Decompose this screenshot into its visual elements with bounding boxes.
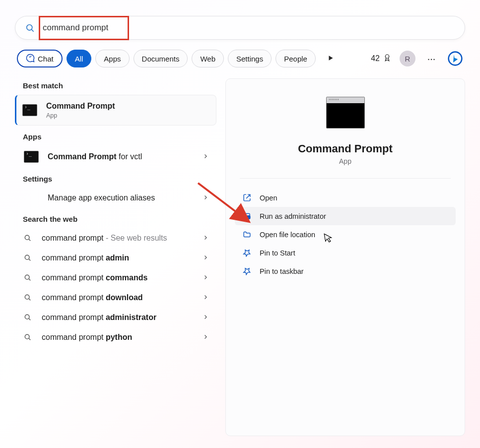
preview-app-icon (326, 97, 365, 128)
tab-people[interactable]: People (275, 50, 316, 67)
tab-web[interactable]: Web (192, 50, 224, 67)
open-bing-button[interactable] (447, 51, 463, 66)
action-open-loc-label: Open file location (260, 231, 315, 239)
svg-point-14 (25, 334, 29, 339)
web-result-prefix: command prompt (42, 234, 104, 242)
ellipsis-icon: ··· (427, 53, 436, 64)
web-result[interactable]: command prompt commands (15, 268, 217, 288)
svg-line-11 (29, 299, 30, 300)
web-result-suffix: - See web results (104, 234, 167, 242)
web-result[interactable]: command prompt python (15, 327, 217, 347)
rewards-count: 42 (371, 54, 380, 63)
chevron-right-icon (203, 293, 208, 302)
svg-point-4 (25, 235, 29, 240)
search-input[interactable] (42, 22, 455, 33)
play-icon (327, 55, 334, 63)
action-run-as-administrator[interactable]: Run as administrator (235, 207, 456, 225)
svg-point-8 (25, 275, 29, 279)
svg-point-10 (25, 295, 29, 299)
overflow-menu-button[interactable]: ··· (423, 51, 439, 66)
filter-tab-row: Chat All Apps Documents Web Settings Peo… (15, 50, 465, 67)
action-open-label: Open (260, 194, 277, 202)
chevron-right-icon (203, 333, 208, 342)
command-prompt-icon (22, 104, 37, 116)
action-pin-to-start[interactable]: Pin to Start (235, 244, 456, 262)
web-result-prefix: command prompt (42, 293, 106, 302)
web-result[interactable]: command prompt admin (15, 248, 217, 268)
section-best-match: Best match (15, 78, 217, 95)
action-pin-taskbar-label: Pin to taskbar (260, 267, 304, 275)
search-icon (24, 254, 33, 262)
avatar-initial: R (405, 55, 411, 63)
search-icon (24, 314, 33, 321)
app-result-rest: for vctl (117, 152, 142, 161)
search-bar[interactable] (15, 16, 465, 40)
preview-subtitle: App (339, 157, 351, 165)
tab-apps-label: Apps (104, 55, 121, 63)
tab-documents-label: Documents (142, 55, 180, 63)
pin-icon (243, 249, 252, 257)
web-result-bold: python (106, 333, 132, 341)
tab-settings[interactable]: Settings (228, 50, 272, 67)
app-result-bold: Command Prompt (48, 152, 117, 161)
search-icon (25, 23, 35, 33)
search-icon (24, 294, 33, 302)
svg-point-6 (25, 255, 29, 259)
more-tabs-button[interactable] (322, 50, 340, 67)
tab-documents[interactable]: Documents (134, 50, 188, 67)
svg-line-7 (29, 259, 30, 260)
search-icon (24, 333, 33, 341)
search-icon (24, 274, 33, 282)
web-result[interactable]: command prompt administrator (15, 308, 217, 327)
settings-result[interactable]: Manage app execution aliases (15, 188, 217, 208)
preview-panel: Command Prompt App Open Run as administr… (225, 78, 465, 436)
chevron-right-icon (203, 254, 208, 262)
tab-all[interactable]: All (67, 50, 92, 67)
svg-line-9 (29, 279, 30, 280)
web-result-prefix: command prompt (42, 333, 106, 341)
section-settings: Settings (15, 168, 217, 188)
medal-icon (383, 53, 392, 64)
tab-web-label: Web (200, 55, 215, 63)
pin-icon (243, 267, 252, 275)
section-apps: Apps (15, 126, 217, 146)
tab-all-label: All (75, 55, 83, 63)
action-pin-to-taskbar[interactable]: Pin to taskbar (235, 262, 456, 280)
tab-people-label: People (284, 55, 307, 63)
tab-chat-label: Chat (38, 55, 54, 63)
rewards-badge[interactable]: 42 (371, 53, 392, 64)
svg-point-0 (27, 24, 32, 30)
tab-apps[interactable]: Apps (95, 50, 129, 67)
best-match-result[interactable]: Command Prompt App (15, 95, 216, 126)
settings-result-label: Manage app execution aliases (48, 193, 155, 202)
action-pin-start-label: Pin to Start (260, 249, 295, 257)
action-open-file-location[interactable]: Open file location (235, 225, 456, 244)
web-result-prefix: command prompt (42, 254, 106, 262)
best-match-title: Command Prompt (46, 102, 115, 110)
action-open[interactable]: Open (235, 189, 456, 207)
svg-point-2 (385, 55, 389, 59)
command-prompt-icon (24, 151, 39, 163)
chevron-right-icon (203, 193, 208, 202)
chevron-right-icon (203, 273, 208, 282)
svg-rect-17 (247, 216, 250, 219)
chevron-right-icon (203, 313, 208, 322)
user-avatar[interactable]: R (400, 51, 415, 66)
web-result-bold: commands (106, 273, 147, 282)
chevron-right-icon (203, 234, 208, 243)
preview-title: Command Prompt (298, 142, 393, 155)
section-search-web: Search the web (15, 208, 217, 228)
svg-line-1 (32, 29, 34, 31)
web-result-bold: admin (106, 254, 129, 262)
best-match-subtitle: App (46, 112, 115, 119)
tab-chat[interactable]: Chat (17, 50, 63, 67)
svg-point-12 (25, 315, 29, 319)
open-icon (243, 193, 252, 202)
svg-line-15 (29, 338, 30, 340)
tab-settings-label: Settings (236, 55, 263, 63)
web-result[interactable]: command prompt - See web results (15, 228, 217, 248)
shield-icon (243, 212, 252, 220)
chevron-right-icon (203, 152, 208, 161)
app-result[interactable]: Command Prompt for vctl (15, 146, 217, 168)
web-result[interactable]: command prompt download (15, 288, 217, 308)
